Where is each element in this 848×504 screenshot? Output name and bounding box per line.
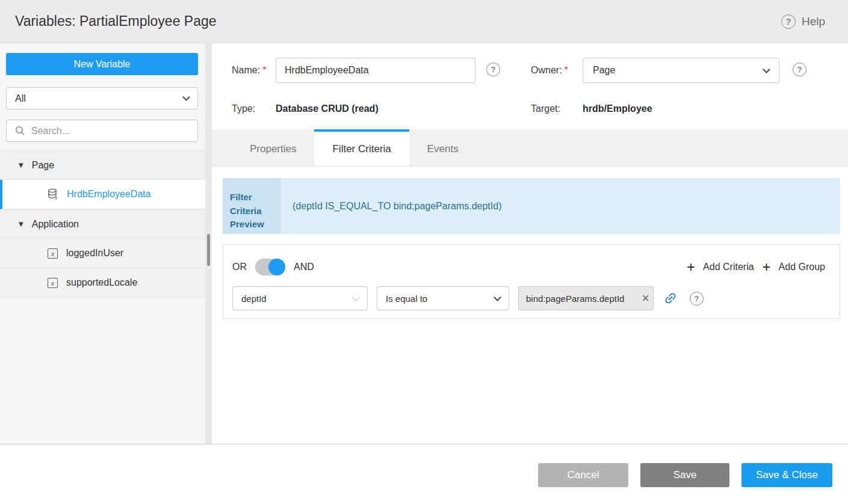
required-marker: * (262, 65, 266, 75)
criteria-row: deptId Is equal to bind:pageParams.deptI… (232, 286, 704, 310)
tree-group-label: Application (32, 219, 79, 230)
add-group-label: Add Group (779, 262, 825, 272)
toggle-knob (268, 259, 285, 275)
target-value: hrdb/Employee (583, 103, 652, 114)
new-variable-button[interactable]: New Variable (6, 53, 198, 75)
tree-item-supportedlocale[interactable]: x supportedLocale (0, 268, 205, 298)
criteria-field-value: deptId (241, 293, 267, 304)
required-marker: * (565, 65, 568, 75)
chevron-down-icon (494, 293, 501, 301)
variable-type-filter-value: All (15, 93, 26, 104)
owner-label: Owner:* (531, 65, 568, 76)
caret-down-icon: ▼ (19, 162, 23, 168)
chevron-down-icon (352, 293, 360, 301)
search-icon (15, 126, 25, 136)
search-input[interactable] (31, 126, 189, 137)
criteria-builder: OR AND + Add Criteria + Add Group deptId (223, 244, 840, 319)
dialog-footer: Cancel Save Save & Close (0, 444, 848, 504)
variables-tree: ▼ Page x HrdbEmployeeData ▼ Application … (0, 150, 205, 298)
and-label: AND (294, 262, 314, 272)
page-title: Variables: PartialEmployee Page (15, 13, 217, 29)
criteria-condition-value: Is equal to (386, 293, 427, 304)
chevron-down-icon (182, 93, 190, 101)
cancel-button[interactable]: Cancel (538, 463, 628, 487)
tree-item-loggedinuser[interactable]: x loggedInUser (0, 239, 205, 268)
sidebar-scrollbar-track (205, 43, 212, 444)
static-variable-icon: x (48, 278, 58, 288)
name-label: Name:* (232, 65, 266, 76)
tree-group-label: Page (32, 160, 54, 171)
tab-filter-criteria[interactable]: Filter Criteria (314, 129, 409, 166)
tree-item-hrdbemployeedata[interactable]: x HrdbEmployeeData (0, 180, 205, 209)
save-button[interactable]: Save (640, 463, 729, 487)
tree-item-label: HrdbEmployeeData (67, 189, 151, 200)
bind-link-icon[interactable] (663, 291, 678, 306)
owner-select-value: Page (593, 65, 615, 76)
criteria-field-select[interactable]: deptId (232, 286, 368, 310)
add-criteria-label: Add Criteria (703, 262, 754, 272)
filter-criteria-preview: Filter Criteria Preview (deptId IS_EQUAL… (223, 178, 840, 234)
type-label: Type: (232, 103, 255, 114)
add-criteria-button[interactable]: + Add Criteria (687, 260, 754, 274)
filter-criteria-preview-label: Filter Criteria Preview (223, 178, 281, 234)
help-button[interactable]: ? Help (781, 14, 825, 29)
type-value: Database CRUD (read) (276, 103, 379, 114)
detail-tabbar: Properties Filter Criteria Events (212, 129, 848, 167)
name-help-icon[interactable]: ? (486, 63, 500, 76)
svg-text:x: x (55, 195, 58, 200)
sidebar-scrollbar-thumb[interactable] (207, 234, 210, 266)
add-group-button[interactable]: + Add Group (763, 260, 825, 274)
plus-icon: + (763, 260, 771, 274)
footer-buttons: Cancel Save Save & Close (538, 463, 832, 487)
dialog-header: Variables: PartialEmployee Page ? Help (0, 0, 848, 43)
remove-binding-icon[interactable]: × (640, 290, 651, 306)
save-and-close-button[interactable]: Save & Close (741, 463, 832, 487)
criteria-actions: + Add Criteria + Add Group (687, 260, 825, 274)
plus-icon: + (687, 260, 695, 274)
criteria-value-text: bind:pageParams.deptId (526, 293, 640, 304)
variable-detail-panel: Name:* ? Owner:* Page ? Type: Database C… (212, 43, 848, 444)
owner-help-icon[interactable]: ? (793, 63, 806, 76)
caret-down-icon: ▼ (19, 221, 23, 227)
tab-events[interactable]: Events (409, 129, 477, 166)
tree-group-application[interactable]: ▼ Application (0, 209, 205, 239)
criteria-condition-select[interactable]: Is equal to (377, 286, 509, 310)
variable-name-input[interactable] (276, 58, 475, 83)
help-icon: ? (781, 14, 796, 29)
or-and-toggle[interactable] (255, 259, 285, 275)
filter-criteria-preview-value: (deptId IS_EQUAL_TO bind:pageParams.dept… (281, 178, 840, 234)
tree-item-label: supportedLocale (66, 277, 137, 288)
database-variable-icon: x (48, 188, 58, 200)
variables-sidebar: New Variable All ▼ Page x HrdbEmployeeDa… (0, 43, 205, 444)
tab-properties[interactable]: Properties (232, 129, 314, 166)
criteria-toolbar: OR AND + Add Criteria + Add Group (232, 258, 825, 276)
chevron-down-icon (763, 66, 770, 73)
or-label: OR (232, 262, 247, 272)
target-label: Target: (531, 103, 560, 114)
criteria-help-icon[interactable]: ? (690, 292, 704, 306)
static-variable-icon: x (48, 248, 58, 259)
tree-group-page[interactable]: ▼ Page (0, 150, 205, 180)
owner-select[interactable]: Page (583, 58, 779, 83)
criteria-value-chip[interactable]: bind:pageParams.deptId × (518, 286, 654, 310)
variable-type-filter-select[interactable]: All (6, 87, 198, 109)
tree-item-label: loggedInUser (66, 248, 123, 259)
help-label: Help (802, 15, 825, 28)
variable-search (6, 120, 198, 142)
